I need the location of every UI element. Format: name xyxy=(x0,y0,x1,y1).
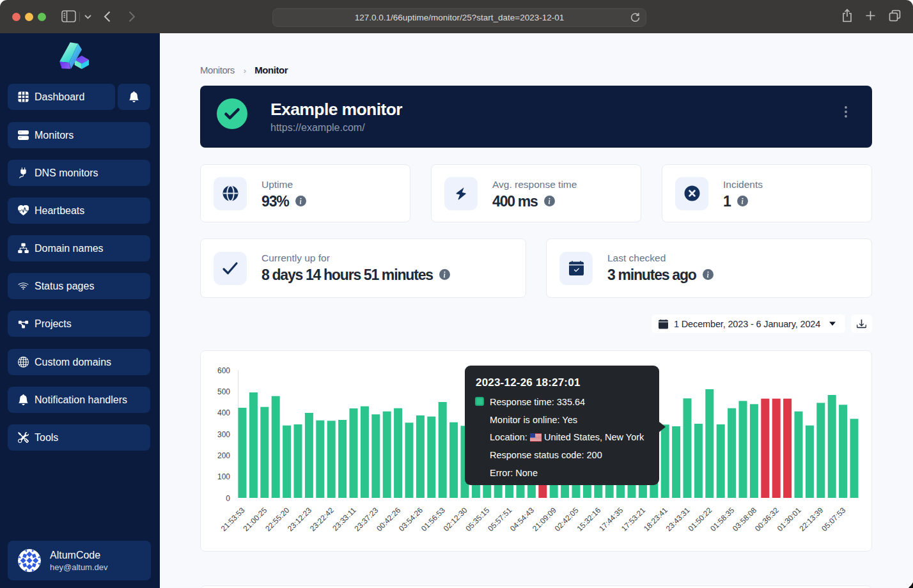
svg-text:21:53:53: 21:53:53 xyxy=(219,506,247,533)
svg-text:00:42:26: 00:42:26 xyxy=(375,506,402,533)
svg-text:01:58:35: 01:58:35 xyxy=(708,506,736,533)
svg-text:03:54:26: 03:54:26 xyxy=(397,506,425,533)
svg-text:02:12:30: 02:12:30 xyxy=(442,506,469,533)
svg-text:00:36:32: 00:36:32 xyxy=(753,506,781,533)
svg-text:600: 600 xyxy=(217,366,230,375)
svg-text:01:56:53: 01:56:53 xyxy=(419,506,447,533)
svg-text:500: 500 xyxy=(217,387,230,396)
svg-text:23:37:23: 23:37:23 xyxy=(352,506,380,533)
svg-text:400: 400 xyxy=(217,408,230,417)
svg-text:300: 300 xyxy=(217,430,230,439)
svg-text:23:43:31: 23:43:31 xyxy=(664,506,692,533)
svg-text:05:35:15: 05:35:15 xyxy=(464,506,491,533)
svg-text:05:57:51: 05:57:51 xyxy=(486,506,513,533)
svg-text:18:23:41: 18:23:41 xyxy=(642,506,669,533)
svg-text:01:30:01: 01:30:01 xyxy=(776,506,803,533)
svg-text:21:09:09: 21:09:09 xyxy=(531,506,558,533)
svg-text:200: 200 xyxy=(217,451,230,460)
svg-text:01:50:22: 01:50:22 xyxy=(686,506,714,533)
svg-text:100: 100 xyxy=(217,472,230,481)
svg-text:02:42:05: 02:42:05 xyxy=(553,506,581,533)
svg-text:17:53:21: 17:53:21 xyxy=(620,506,647,533)
svg-text:21:00:25: 21:00:25 xyxy=(241,506,269,533)
svg-text:23:22:42: 23:22:42 xyxy=(308,506,336,533)
svg-text:04:54:43: 04:54:43 xyxy=(508,506,536,533)
svg-text:15:32:16: 15:32:16 xyxy=(575,506,602,533)
svg-text:17:44:35: 17:44:35 xyxy=(597,506,625,533)
svg-text:05:07:53: 05:07:53 xyxy=(820,506,847,533)
svg-text:22:13:39: 22:13:39 xyxy=(797,506,825,533)
svg-text:23:12:23: 23:12:23 xyxy=(286,506,313,533)
svg-text:0: 0 xyxy=(226,494,230,503)
svg-text:03:58:08: 03:58:08 xyxy=(731,506,758,533)
svg-text:22:55:20: 22:55:20 xyxy=(263,506,291,533)
